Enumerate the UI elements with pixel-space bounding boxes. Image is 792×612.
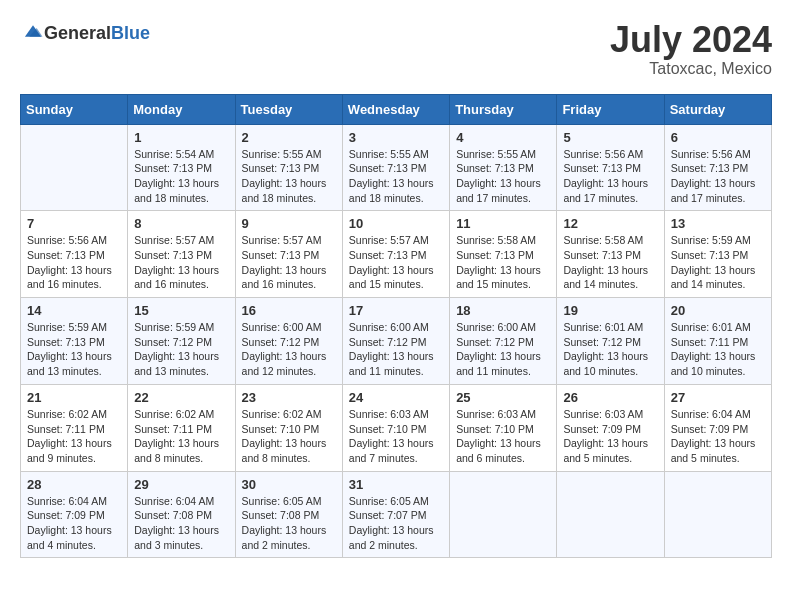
day-number: 12 [563, 216, 657, 231]
day-info: Sunrise: 5:57 AMSunset: 7:13 PMDaylight:… [134, 233, 228, 292]
calendar-cell: 28Sunrise: 6:04 AMSunset: 7:09 PMDayligh… [21, 471, 128, 558]
day-info: Sunrise: 6:02 AMSunset: 7:11 PMDaylight:… [27, 407, 121, 466]
day-info: Sunrise: 5:57 AMSunset: 7:13 PMDaylight:… [242, 233, 336, 292]
calendar-subtitle: Tatoxcac, Mexico [610, 60, 772, 78]
day-number: 1 [134, 130, 228, 145]
calendar-cell: 4Sunrise: 5:55 AMSunset: 7:13 PMDaylight… [450, 124, 557, 211]
calendar-cell: 7Sunrise: 5:56 AMSunset: 7:13 PMDaylight… [21, 211, 128, 298]
day-number: 11 [456, 216, 550, 231]
day-header-sunday: Sunday [21, 94, 128, 124]
day-number: 8 [134, 216, 228, 231]
calendar-week-5: 28Sunrise: 6:04 AMSunset: 7:09 PMDayligh… [21, 471, 772, 558]
calendar-week-3: 14Sunrise: 5:59 AMSunset: 7:13 PMDayligh… [21, 298, 772, 385]
day-header-wednesday: Wednesday [342, 94, 449, 124]
day-info: Sunrise: 6:01 AMSunset: 7:11 PMDaylight:… [671, 320, 765, 379]
day-info: Sunrise: 5:56 AMSunset: 7:13 PMDaylight:… [27, 233, 121, 292]
calendar-cell [21, 124, 128, 211]
calendar-cell: 24Sunrise: 6:03 AMSunset: 7:10 PMDayligh… [342, 384, 449, 471]
calendar-table: SundayMondayTuesdayWednesdayThursdayFrid… [20, 94, 772, 559]
day-number: 17 [349, 303, 443, 318]
day-number: 14 [27, 303, 121, 318]
calendar-cell: 9Sunrise: 5:57 AMSunset: 7:13 PMDaylight… [235, 211, 342, 298]
calendar-cell: 13Sunrise: 5:59 AMSunset: 7:13 PMDayligh… [664, 211, 771, 298]
calendar-week-1: 1Sunrise: 5:54 AMSunset: 7:13 PMDaylight… [21, 124, 772, 211]
calendar-cell: 8Sunrise: 5:57 AMSunset: 7:13 PMDaylight… [128, 211, 235, 298]
day-number: 27 [671, 390, 765, 405]
day-info: Sunrise: 6:00 AMSunset: 7:12 PMDaylight:… [456, 320, 550, 379]
day-number: 30 [242, 477, 336, 492]
day-number: 10 [349, 216, 443, 231]
day-header-monday: Monday [128, 94, 235, 124]
day-number: 25 [456, 390, 550, 405]
day-number: 15 [134, 303, 228, 318]
day-number: 3 [349, 130, 443, 145]
calendar-week-4: 21Sunrise: 6:02 AMSunset: 7:11 PMDayligh… [21, 384, 772, 471]
calendar-header-row: SundayMondayTuesdayWednesdayThursdayFrid… [21, 94, 772, 124]
day-number: 21 [27, 390, 121, 405]
day-header-tuesday: Tuesday [235, 94, 342, 124]
day-number: 16 [242, 303, 336, 318]
calendar-cell: 10Sunrise: 5:57 AMSunset: 7:13 PMDayligh… [342, 211, 449, 298]
calendar-cell: 31Sunrise: 6:05 AMSunset: 7:07 PMDayligh… [342, 471, 449, 558]
calendar-cell: 14Sunrise: 5:59 AMSunset: 7:13 PMDayligh… [21, 298, 128, 385]
day-info: Sunrise: 5:55 AMSunset: 7:13 PMDaylight:… [456, 147, 550, 206]
day-header-friday: Friday [557, 94, 664, 124]
day-number: 31 [349, 477, 443, 492]
day-info: Sunrise: 6:00 AMSunset: 7:12 PMDaylight:… [349, 320, 443, 379]
day-info: Sunrise: 5:59 AMSunset: 7:13 PMDaylight:… [27, 320, 121, 379]
day-info: Sunrise: 6:03 AMSunset: 7:10 PMDaylight:… [456, 407, 550, 466]
day-number: 22 [134, 390, 228, 405]
day-info: Sunrise: 6:02 AMSunset: 7:11 PMDaylight:… [134, 407, 228, 466]
day-number: 4 [456, 130, 550, 145]
day-number: 7 [27, 216, 121, 231]
day-info: Sunrise: 6:05 AMSunset: 7:07 PMDaylight:… [349, 494, 443, 553]
calendar-cell: 16Sunrise: 6:00 AMSunset: 7:12 PMDayligh… [235, 298, 342, 385]
day-info: Sunrise: 5:56 AMSunset: 7:13 PMDaylight:… [671, 147, 765, 206]
day-header-saturday: Saturday [664, 94, 771, 124]
calendar-cell: 20Sunrise: 6:01 AMSunset: 7:11 PMDayligh… [664, 298, 771, 385]
calendar-cell [557, 471, 664, 558]
calendar-title: July 2024 [610, 20, 772, 60]
day-number: 29 [134, 477, 228, 492]
day-number: 26 [563, 390, 657, 405]
calendar-cell: 1Sunrise: 5:54 AMSunset: 7:13 PMDaylight… [128, 124, 235, 211]
logo-text: GeneralBlue [44, 23, 150, 44]
day-info: Sunrise: 6:04 AMSunset: 7:08 PMDaylight:… [134, 494, 228, 553]
logo-general: General [44, 23, 111, 43]
calendar-cell: 15Sunrise: 5:59 AMSunset: 7:12 PMDayligh… [128, 298, 235, 385]
logo-mark [20, 20, 44, 46]
day-number: 23 [242, 390, 336, 405]
calendar-cell: 17Sunrise: 6:00 AMSunset: 7:12 PMDayligh… [342, 298, 449, 385]
day-header-thursday: Thursday [450, 94, 557, 124]
calendar-cell [450, 471, 557, 558]
day-number: 19 [563, 303, 657, 318]
calendar-week-2: 7Sunrise: 5:56 AMSunset: 7:13 PMDaylight… [21, 211, 772, 298]
day-info: Sunrise: 6:04 AMSunset: 7:09 PMDaylight:… [27, 494, 121, 553]
calendar-cell: 3Sunrise: 5:55 AMSunset: 7:13 PMDaylight… [342, 124, 449, 211]
calendar-cell: 5Sunrise: 5:56 AMSunset: 7:13 PMDaylight… [557, 124, 664, 211]
day-info: Sunrise: 5:55 AMSunset: 7:13 PMDaylight:… [349, 147, 443, 206]
calendar-cell: 19Sunrise: 6:01 AMSunset: 7:12 PMDayligh… [557, 298, 664, 385]
day-number: 5 [563, 130, 657, 145]
day-number: 24 [349, 390, 443, 405]
day-info: Sunrise: 5:58 AMSunset: 7:13 PMDaylight:… [456, 233, 550, 292]
logo: GeneralBlue [20, 20, 150, 46]
day-number: 18 [456, 303, 550, 318]
calendar-cell: 21Sunrise: 6:02 AMSunset: 7:11 PMDayligh… [21, 384, 128, 471]
day-number: 20 [671, 303, 765, 318]
day-info: Sunrise: 5:57 AMSunset: 7:13 PMDaylight:… [349, 233, 443, 292]
calendar-cell: 25Sunrise: 6:03 AMSunset: 7:10 PMDayligh… [450, 384, 557, 471]
day-info: Sunrise: 5:54 AMSunset: 7:13 PMDaylight:… [134, 147, 228, 206]
day-info: Sunrise: 5:59 AMSunset: 7:12 PMDaylight:… [134, 320, 228, 379]
calendar-cell: 29Sunrise: 6:04 AMSunset: 7:08 PMDayligh… [128, 471, 235, 558]
day-info: Sunrise: 5:58 AMSunset: 7:13 PMDaylight:… [563, 233, 657, 292]
day-number: 13 [671, 216, 765, 231]
calendar-cell: 6Sunrise: 5:56 AMSunset: 7:13 PMDaylight… [664, 124, 771, 211]
day-info: Sunrise: 5:59 AMSunset: 7:13 PMDaylight:… [671, 233, 765, 292]
page-header: GeneralBlue July 2024 Tatoxcac, Mexico [20, 20, 772, 78]
day-info: Sunrise: 6:04 AMSunset: 7:09 PMDaylight:… [671, 407, 765, 466]
day-info: Sunrise: 6:00 AMSunset: 7:12 PMDaylight:… [242, 320, 336, 379]
day-info: Sunrise: 6:05 AMSunset: 7:08 PMDaylight:… [242, 494, 336, 553]
day-number: 2 [242, 130, 336, 145]
calendar-cell: 26Sunrise: 6:03 AMSunset: 7:09 PMDayligh… [557, 384, 664, 471]
